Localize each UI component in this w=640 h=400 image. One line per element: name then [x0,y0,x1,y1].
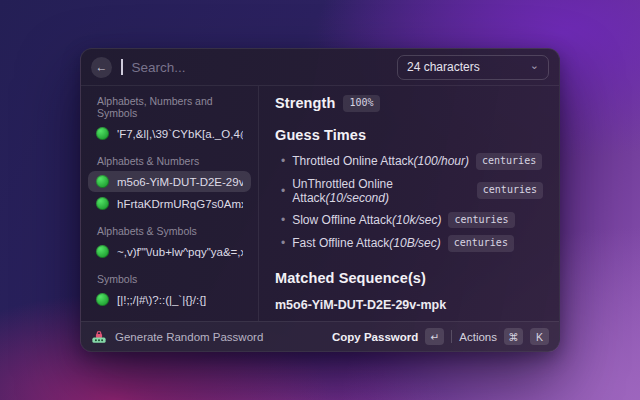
list-item[interactable]: hFrtaKDrmURqG7s0AmxXBW24 [88,193,251,214]
group-alphabets-numbers-symbols: Alphabets, Numbers and Symbols 'F7,&l|,\… [81,95,258,144]
list-item[interactable]: [|!;;/|#\)?::(|_`|{}/:{] [88,289,251,310]
k-key-badge: K [530,328,549,345]
password-text: hFrtaKDrmURqG7s0AmxXBW24 [117,198,243,210]
attack-rate: (100/hour) [414,154,469,168]
password-list: Alphabets, Numbers and Symbols 'F7,&l|,\… [81,86,259,321]
attack-name: Slow Offline Attack(10k/sec) [292,213,441,227]
main-area: Alphabets, Numbers and Symbols 'F7,&l|,\… [81,86,559,321]
bullet-icon: • [275,154,285,168]
bullet-icon: • [275,236,285,250]
search-input[interactable] [132,60,389,75]
guess-time-item: • Throttled Online Attack(100/hour) cent… [275,150,543,174]
attack-rate: (10k/sec) [392,213,441,227]
password-text: 'F7,&l|,\39`CYbK[a._O,4@ [117,128,243,140]
password-text: m5o6-YiM-DUT-D2E-29v-mpk [117,176,243,188]
password-text: [|!;;/|#\)?::(|_`|{}/:{] [117,294,206,306]
chevron-down-icon: ⌄ [530,60,539,71]
password-dot-icon [96,197,109,210]
list-item[interactable]: 'F7,&l|,\39`CYbK[a._O,4@ [88,123,251,144]
password-dot-icon [96,293,109,306]
guess-time-item: • Fast Offline Attack(10B/sec) centuries [275,232,543,256]
matched-sequences-row: Matched Sequence(s) [275,270,543,286]
password-generator-window: ← 24 characters ⌄ Alphabets, Numbers and… [80,48,560,352]
guess-times-heading: Guess Times [275,127,366,143]
return-key-badge[interactable]: ↵ [425,328,444,345]
password-dot-icon [96,127,109,140]
group-label: Alphabets & Symbols [81,225,258,237]
group-alphabets-numbers: Alphabets & Numbers m5o6-YiM-DUT-D2E-29v… [81,155,258,214]
topbar: ← 24 characters ⌄ [81,49,559,86]
group-label: Alphabets, Numbers and Symbols [81,95,258,119]
attack-rate: (10/second) [326,191,389,205]
bullet-icon: • [275,184,285,198]
back-arrow-icon: ← [96,60,108,74]
copy-password-button[interactable]: Copy Password [332,331,418,343]
character-count-dropdown[interactable]: 24 characters ⌄ [397,55,549,80]
group-alphabets-symbols: Alphabets & Symbols ~,v)f"'\/ub+lw^pqy"y… [81,225,258,262]
group-label: Symbols [81,273,258,285]
guess-times-list: • Throttled Online Attack(100/hour) cent… [275,150,543,256]
bullet-icon: • [275,213,285,227]
footer-actions: Copy Password ↵ Actions ⌘ K [332,328,549,345]
guess-time-badge: centuries [448,235,514,252]
guess-times-row: Guess Times [275,127,543,143]
password-dot-icon [96,245,109,258]
generate-password-label: Generate Random Password [115,331,263,343]
matched-password: m5o6-YiM-DUT-D2E-29v-mpk [275,298,543,312]
cmd-key-badge: ⌘ [504,328,523,345]
group-label: Alphabets & Numbers [81,155,258,167]
back-button[interactable]: ← [91,57,112,78]
footer-bar: Generate Random Password Copy Password ↵… [81,321,559,351]
detail-panel: Strength 100% Guess Times • Throttled On… [259,86,559,321]
password-generator-icon [91,329,107,345]
guess-time-badge: centuries [448,212,514,229]
guess-time-item: • Slow Offline Attack(10k/sec) centuries [275,208,543,232]
attack-name: UnThrottled Online Attack(10/second) [292,177,470,205]
guess-time-item: • UnThrottled Online Attack(10/second) c… [275,173,543,208]
group-symbols: Symbols [|!;;/|#\)?::(|_`|{}/:{] [81,273,258,310]
guess-time-badge: centuries [477,182,543,199]
actions-button[interactable]: Actions [459,331,497,343]
dropdown-value: 24 characters [407,60,480,74]
password-text: ~,v)f"'\/ub+lw^pqy"ya&=,x [117,246,243,258]
attack-name: Fast Offline Attack(10B/sec) [292,236,441,250]
guess-time-badge: centuries [476,153,542,170]
text-caret [121,59,123,75]
strength-badge: 100% [343,95,379,112]
list-item[interactable]: ~,v)f"'\/ub+lw^pqy"ya&=,x [88,241,251,262]
footer-divider [451,330,452,343]
attack-rate: (10B/sec) [389,236,440,250]
attack-name: Throttled Online Attack(100/hour) [292,154,469,168]
strength-row: Strength 100% [275,95,543,112]
password-dot-icon [96,175,109,188]
strength-heading: Strength [275,95,335,111]
list-item-selected[interactable]: m5o6-YiM-DUT-D2E-29v-mpk [88,171,251,192]
matched-sequences-heading: Matched Sequence(s) [275,270,426,286]
